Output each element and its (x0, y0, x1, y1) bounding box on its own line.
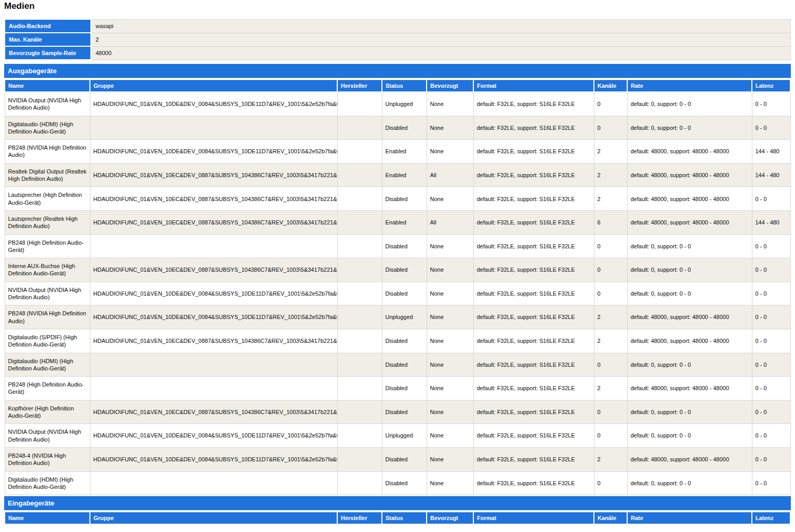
device-cell-rate: default: 48000, support: 48000 - 48000 (627, 377, 752, 401)
input-devices-table: NameGruppeHerstellerStatusBevorzugtForma… (4, 511, 791, 525)
device-cell-name: PB248-4 (NVIDIA High Definition Audio) (5, 447, 90, 471)
column-header-format: Format (473, 79, 594, 92)
device-cell-latenz: 0 - 0 (752, 353, 790, 377)
device-cell-rate: default: 48000, support: 48000 - 48000 (627, 329, 752, 353)
device-cell-format: default: F32LE, support: S16LE F32LE (473, 258, 594, 282)
device-cell-bevorzugt: None (427, 258, 473, 282)
device-cell-hersteller (337, 400, 382, 424)
device-cell-latenz: 0 - 0 (752, 282, 790, 305)
column-header-rate: Rate (627, 512, 752, 524)
device-row: Realtek Digital Output (Realtek High Def… (5, 163, 790, 187)
device-cell-kanaele: 0 (594, 424, 627, 448)
device-row: PB248 (High Definition Audio-Gerät)Disab… (5, 377, 790, 401)
device-row: Digitalaudio (HDMI) (High Definition Aud… (5, 471, 790, 495)
device-row: PB248 (NVIDIA High Definition Audio)HDAU… (5, 140, 790, 164)
column-header-name: Name (5, 79, 90, 92)
device-cell-kanaele: 0 (594, 471, 627, 495)
device-cell-rate: default: 0, support: 0 - 0 (627, 353, 752, 377)
device-cell-gruppe: HDAUDIO\FUNC_01&VEN_10EC&DEV_0887&SUBSYS… (90, 163, 337, 187)
output-devices-body: NVIDIA Output (NVIDIA High Definition Au… (5, 92, 790, 495)
device-cell-name: Digitalaudio (HDMI) (High Definition Aud… (5, 353, 90, 377)
device-cell-gruppe (90, 116, 337, 140)
device-cell-bevorzugt: None (427, 282, 473, 305)
device-cell-gruppe: HDAUDIO\FUNC_01&VEN_10DE&DEV_0084&SUBSYS… (90, 424, 337, 448)
device-cell-hersteller (337, 377, 382, 401)
device-cell-rate: default: 48000, support: 48000 - 48000 (627, 447, 752, 471)
device-cell-bevorzugt: None (427, 92, 473, 116)
audio-summary-table: Audio-Backend wasapi Max. Kanäle 2 Bevor… (4, 19, 791, 60)
column-header-format: Format (473, 512, 594, 524)
device-cell-rate: default: 0, support: 0 - 0 (627, 258, 752, 282)
device-cell-latenz: 0 - 0 (752, 258, 790, 282)
device-cell-bevorzugt: None (427, 471, 473, 495)
device-cell-kanaele: 0 (594, 92, 627, 116)
device-cell-kanaele: 2 (594, 329, 627, 353)
device-cell-latenz: 0 - 0 (752, 305, 790, 329)
device-row: NVIDIA Output (NVIDIA High Definition Au… (5, 282, 790, 305)
device-row: Lautsprecher (High Definition Audio-Gerä… (5, 187, 790, 211)
device-cell-rate: default: 48000, support: 48000 - 48000 (627, 210, 752, 234)
device-cell-bevorzugt: None (427, 187, 473, 211)
column-header-bevorzugt: Bevorzugt (427, 512, 473, 524)
column-header-status: Status (382, 512, 427, 524)
device-cell-latenz: 0 - 0 (752, 116, 790, 140)
summary-row-preferred-sample-rate: Bevorzugte Sample-Rate 48000 (5, 46, 791, 60)
device-cell-latenz: 0 - 0 (752, 92, 790, 116)
device-cell-name: NVIDIA Output (NVIDIA High Definition Au… (5, 282, 90, 305)
device-cell-status: Enabled (382, 210, 427, 234)
device-cell-gruppe: HDAUDIO\FUNC_01&VEN_10EC&DEV_0887&SUBSYS… (90, 210, 337, 234)
device-cell-gruppe: HDAUDIO\FUNC_01&VEN_10DE&DEV_0084&SUBSYS… (90, 305, 337, 329)
device-cell-bevorzugt: None (427, 305, 473, 329)
device-cell-status: Unplugged (382, 92, 427, 116)
device-cell-name: Digitalaudio (HDMI) (High Definition Aud… (5, 471, 90, 495)
device-cell-format: default: F32LE, support: S16LE F32LE (473, 210, 594, 234)
device-cell-kanaele: 0 (594, 400, 627, 424)
device-cell-gruppe (90, 234, 337, 258)
device-cell-kanaele: 0 (594, 282, 627, 305)
device-cell-kanaele: 0 (594, 116, 627, 140)
output-devices-table: NameGruppeHerstellerStatusBevorzugtForma… (4, 79, 791, 495)
column-header-latenz: Latenz (752, 512, 790, 524)
device-cell-kanaele: 2 (594, 377, 627, 401)
device-cell-latenz: 0 - 0 (752, 424, 790, 448)
device-cell-hersteller (337, 282, 382, 305)
device-cell-hersteller (337, 187, 382, 211)
input-devices-header-row: NameGruppeHerstellerStatusBevorzugtForma… (5, 512, 790, 524)
device-cell-rate: default: 48000, support: 48000 - 48000 (627, 187, 752, 211)
device-cell-kanaele: 0 (594, 258, 627, 282)
column-header-hersteller: Hersteller (337, 79, 382, 92)
device-cell-rate: default: 0, support: 0 - 0 (627, 424, 752, 448)
column-header-latenz: Latenz (752, 79, 790, 92)
device-cell-hersteller (337, 210, 382, 234)
device-cell-hersteller (337, 305, 382, 329)
column-header-rate: Rate (627, 79, 752, 92)
media-page: Medien Audio-Backend wasapi Max. Kanäle … (0, 0, 795, 525)
device-row: PB248 (NVIDIA High Definition Audio)HDAU… (5, 305, 790, 329)
device-cell-hersteller (337, 329, 382, 353)
device-cell-status: Enabled (382, 140, 427, 164)
device-cell-bevorzugt: None (427, 329, 473, 353)
device-cell-status: Unplugged (382, 305, 427, 329)
device-cell-kanaele: 6 (594, 210, 627, 234)
device-cell-status: Disabled (382, 400, 427, 424)
device-cell-rate: default: 0, support: 0 - 0 (627, 92, 752, 116)
device-cell-hersteller (337, 353, 382, 377)
device-cell-name: Interne AUX-Buchse (High Definition Audi… (5, 258, 90, 282)
device-cell-latenz: 144 - 480 (752, 163, 790, 187)
device-cell-latenz: 0 - 0 (752, 400, 790, 424)
column-header-gruppe: Gruppe (90, 512, 337, 524)
device-cell-name: Digitalaudio (S/PDIF) (High Definition A… (5, 329, 90, 353)
input-devices-section-header: Eingabegeräte (4, 496, 791, 510)
device-cell-format: default: F32LE, support: S16LE F32LE (473, 424, 594, 448)
device-cell-bevorzugt: None (427, 400, 473, 424)
device-cell-gruppe (90, 353, 337, 377)
device-cell-status: Disabled (382, 353, 427, 377)
device-cell-status: Disabled (382, 471, 427, 495)
device-cell-kanaele: 0 (594, 353, 627, 377)
device-cell-name: Kopfhörer (High Definition Audio-Gerät) (5, 400, 90, 424)
page-title: Medien (4, 1, 791, 11)
device-cell-format: default: F32LE, support: S16LE F32LE (473, 92, 594, 116)
device-cell-format: default: F32LE, support: S16LE F32LE (473, 116, 594, 140)
device-cell-name: Lautsprecher (Realtek High Definition Au… (5, 210, 90, 234)
device-cell-bevorzugt: None (427, 140, 473, 164)
